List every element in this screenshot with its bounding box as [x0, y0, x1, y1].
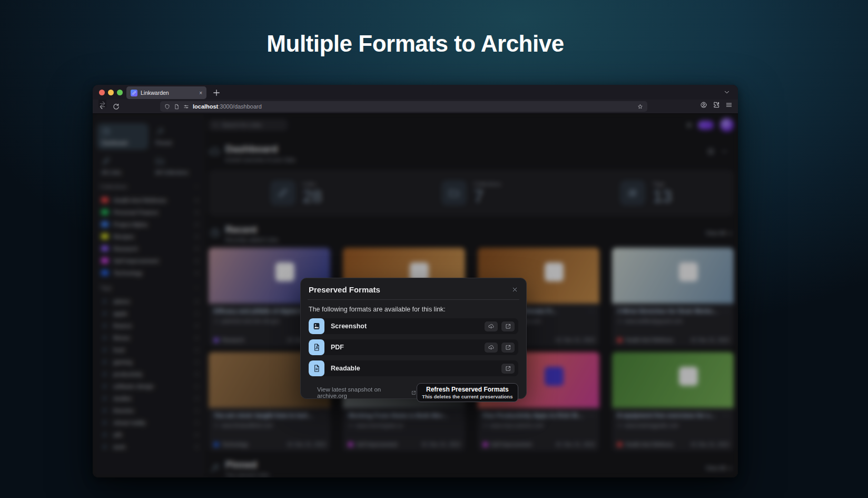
- url-bar[interactable]: localhost:3000/dashboard: [160, 101, 647, 112]
- modal-description: The following formats are available for …: [309, 306, 518, 313]
- page-title: Multiple Formats to Archive: [93, 31, 738, 57]
- open-external-button[interactable]: [501, 343, 515, 353]
- reload-button[interactable]: [112, 103, 120, 111]
- new-tab-button[interactable]: [212, 88, 221, 97]
- tab-list-chevron-icon[interactable]: [723, 89, 731, 96]
- preserved-formats-modal: Preserved Formats The following formats …: [300, 278, 527, 399]
- toolbar-right-icons: [700, 101, 733, 109]
- extensions-puzzle-icon[interactable]: [713, 101, 720, 109]
- cloud-download-icon: [488, 344, 495, 351]
- permissions-icon[interactable]: [183, 104, 189, 110]
- refresh-button-sublabel: This deletes the current preservations: [421, 394, 514, 399]
- external-link-icon: [411, 390, 416, 396]
- download-button[interactable]: [485, 343, 498, 353]
- shield-icon[interactable]: [164, 104, 170, 110]
- hamburger-menu-icon[interactable]: [725, 101, 733, 109]
- text-file-icon: [312, 364, 321, 373]
- link-icon: [132, 91, 136, 95]
- archive-org-link[interactable]: View latest snapshot on archive.org: [317, 386, 417, 399]
- tab-title: Linkwarden: [141, 90, 196, 96]
- close-icon[interactable]: [511, 286, 518, 293]
- pdf-file-icon: [312, 343, 321, 351]
- external-link-icon: [505, 344, 511, 351]
- browser-window: Linkwarden × localhost:3000/dashboard: [93, 85, 738, 477]
- url-text: localhost:3000/dashboard: [193, 103, 634, 110]
- browser-toolbar: localhost:3000/dashboard: [93, 100, 738, 114]
- format-row-pdf[interactable]: PDF: [309, 339, 518, 355]
- format-row-screenshot[interactable]: Screenshot: [309, 318, 518, 334]
- url-path: :3000/dashboard: [218, 103, 262, 110]
- pdf-file-icon: [309, 339, 324, 355]
- window-close-button[interactable]: [99, 90, 105, 95]
- format-row-readable[interactable]: Readable: [309, 360, 518, 376]
- window-minimize-button[interactable]: [108, 90, 114, 95]
- refresh-button-label: Refresh Preserved Formats: [421, 386, 514, 393]
- modal-divider: [308, 299, 519, 300]
- bookmark-star-icon[interactable]: [637, 104, 643, 110]
- browser-tab-bar: Linkwarden ×: [93, 85, 738, 100]
- cloud-download-icon: [488, 323, 495, 330]
- download-button[interactable]: [485, 321, 498, 331]
- tab-close-icon[interactable]: ×: [199, 90, 202, 96]
- screenshot-file-icon: [309, 318, 324, 334]
- account-icon[interactable]: [700, 101, 707, 109]
- photo-file-icon: [312, 322, 321, 330]
- open-external-button[interactable]: [501, 321, 515, 331]
- format-label: PDF: [331, 344, 485, 351]
- url-host: localhost: [193, 103, 218, 110]
- refresh-preserved-formats-button[interactable]: Refresh Preserved Formats This deletes t…: [417, 383, 518, 402]
- page-info-icon[interactable]: [174, 104, 180, 110]
- linkwarden-favicon: [131, 90, 137, 96]
- archive-link-label: View latest snapshot on archive.org: [317, 386, 408, 399]
- window-zoom-button[interactable]: [117, 90, 123, 95]
- readable-file-icon: [309, 360, 324, 376]
- browser-tab[interactable]: Linkwarden ×: [126, 86, 206, 99]
- forward-button[interactable]: [98, 100, 106, 108]
- external-link-icon: [505, 323, 511, 330]
- open-external-button[interactable]: [501, 364, 515, 374]
- format-label: Readable: [331, 365, 501, 372]
- modal-title: Preserved Formats: [309, 285, 380, 294]
- app-viewport: Dashboard Pinned All Links All Collectio…: [93, 114, 738, 477]
- external-link-icon: [505, 365, 511, 372]
- stage: Multiple Formats to Archive Linkwarden ×: [0, 0, 868, 498]
- format-label: Screenshot: [331, 323, 485, 330]
